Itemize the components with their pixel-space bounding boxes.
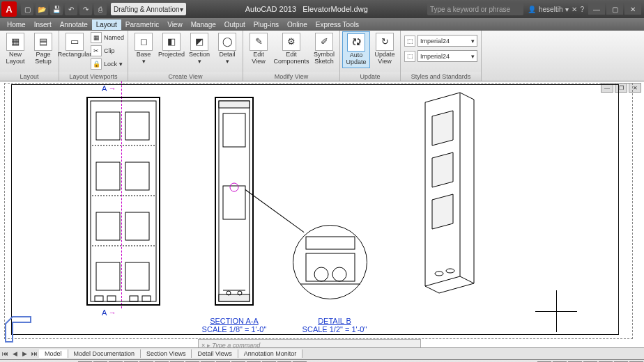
detail-view — [293, 225, 367, 299]
auto-update-button[interactable]: 🗘Auto Update — [342, 31, 370, 68]
svg-rect-3 — [125, 112, 149, 140]
lock-icon: 🔒 — [91, 58, 102, 70]
new-layout-button[interactable]: ▦New Layout — [2, 31, 29, 67]
tab-plugins[interactable]: Plug-ins — [250, 19, 283, 30]
maximize-button[interactable]: ▢ — [606, 3, 623, 15]
tab-home[interactable]: Home — [3, 19, 30, 30]
svg-point-30 — [332, 267, 346, 281]
detail-style-dropdown[interactable]: Imperial24▾ — [417, 50, 477, 62]
base-button[interactable]: ◻Base▾ — [130, 31, 157, 67]
style2-icon: ⬚ — [404, 51, 415, 62]
tab-layout4[interactable]: Annotation Monitor — [238, 349, 303, 358]
projected-button[interactable]: ◧Projected — [158, 31, 185, 60]
tab-layout1[interactable]: Model Documentation — [68, 349, 141, 358]
tab-layout3[interactable]: Detail Views — [192, 349, 238, 358]
drawing-area[interactable]: — ❐ ✕ A → A → — [0, 81, 644, 347]
update-view-button[interactable]: ↻Update View — [371, 31, 398, 67]
tab-view[interactable]: View — [163, 19, 187, 30]
redo-icon[interactable]: ↷ — [79, 3, 92, 15]
svg-rect-19 — [219, 101, 250, 108]
layout-tabs: ⏮ ◀ ▶ ⏭ Model Model Documentation Sectio… — [0, 347, 644, 359]
svg-rect-28 — [306, 253, 355, 281]
svg-marker-38 — [6, 317, 31, 342]
workspace-dropdown[interactable]: Drafting & Annotation ▾ — [111, 3, 186, 15]
tab-online[interactable]: Online — [283, 19, 312, 30]
chevron-down-icon: ▾ — [198, 58, 201, 65]
ucs-icon — [4, 315, 32, 343]
clip-button[interactable]: ✂Clip — [89, 45, 125, 57]
help-icon[interactable]: ? — [580, 6, 584, 13]
tab-express[interactable]: Express Tools — [312, 19, 363, 30]
edit-components-button[interactable]: ⚙Edit Components — [273, 31, 309, 67]
section-style-dropdown[interactable]: Imperial24▾ — [417, 35, 477, 47]
svg-rect-8 — [96, 262, 120, 290]
svg-rect-5 — [125, 162, 149, 190]
panel-layout: ▦New Layout ▤Page Setup Layout — [0, 31, 59, 81]
help-search-input[interactable]: Type a keyword or phrase — [427, 3, 523, 15]
auto-icon: 🗘 — [347, 33, 365, 52]
tab-prev-button[interactable]: ◀ — [10, 350, 20, 357]
panel-update: 🗘Auto Update ↻Update View Update — [340, 31, 401, 81]
detail-button[interactable]: ◯Detail▾ — [214, 31, 240, 67]
svg-rect-4 — [96, 162, 120, 190]
lock-button[interactable]: 🔒Lock ▾ — [89, 58, 125, 70]
close-button[interactable]: ✕ — [624, 3, 641, 15]
svg-rect-14 — [107, 296, 116, 301]
symbol-sketch-button[interactable]: ✐Symbol Sketch — [311, 31, 337, 67]
section-label: SECTION A-A SCALE 1/8" = 1'-0" — [185, 317, 283, 333]
chevron-down-icon: ▾ — [565, 6, 569, 13]
svg-rect-2 — [96, 112, 120, 140]
svg-rect-7 — [125, 212, 149, 240]
svg-marker-34 — [432, 152, 453, 187]
cursor-v — [556, 290, 557, 332]
tab-last-button[interactable]: ⏭ — [29, 350, 39, 357]
section-line — [121, 81, 122, 98]
chevron-down-icon: ▾ — [471, 38, 475, 45]
tab-first-button[interactable]: ⏮ — [0, 350, 10, 357]
svg-rect-16 — [142, 296, 151, 301]
save-icon[interactable]: 💾 — [50, 3, 63, 15]
page-setup-button[interactable]: ▤Page Setup — [30, 31, 56, 67]
new-icon[interactable]: ▢ — [21, 3, 33, 15]
window-title: AutoCAD 2013 ElevatorModel.dwg — [186, 5, 427, 13]
panel-create-view: ◻Base▾ ◧Projected ◩Section▾ ◯Detail▾ Cre… — [128, 31, 243, 81]
chevron-down-icon: ▾ — [142, 58, 146, 65]
style1-icon: ⬚ — [404, 36, 415, 47]
tab-parametric[interactable]: Parametric — [121, 19, 163, 30]
named-button[interactable]: ▦Named — [89, 31, 125, 44]
panel-viewports: ▭Rectangular ▦Named ✂Clip 🔒Lock ▾ Layout… — [59, 31, 128, 81]
svg-marker-35 — [432, 194, 453, 229]
signin-area[interactable]: 👤heseltih▾✕? — [528, 6, 584, 13]
app-menu-icon[interactable]: A — [1, 1, 17, 17]
section-view — [215, 97, 254, 306]
section-marker-top: A → — [102, 84, 116, 93]
svg-rect-27 — [306, 237, 355, 249]
section-button[interactable]: ◩Section▾ — [186, 31, 213, 67]
tab-layout[interactable]: Layout — [92, 19, 121, 30]
clip-icon: ✂ — [91, 45, 102, 56]
tab-manage[interactable]: Manage — [187, 19, 220, 30]
tab-insert[interactable]: Insert — [30, 19, 56, 30]
print-icon[interactable]: ⎙ — [94, 3, 107, 15]
svg-rect-9 — [125, 262, 149, 290]
command-line[interactable]: × ▸ Type a command — [198, 339, 421, 347]
named-icon: ▦ — [91, 32, 102, 43]
tab-layout2[interactable]: Section Views — [141, 349, 192, 358]
svg-rect-13 — [95, 296, 103, 301]
edit-view-button[interactable]: ✎Edit View — [245, 31, 272, 67]
tab-model[interactable]: Model — [39, 349, 68, 358]
svg-rect-0 — [87, 97, 160, 305]
open-icon[interactable]: 📂 — [36, 3, 48, 15]
iso-view — [411, 88, 488, 294]
rectangular-button[interactable]: ▭Rectangular — [61, 31, 88, 60]
svg-rect-1 — [91, 101, 156, 301]
status-bar: 20.7368, 0.5098, 0.0000 ⊥ ▦ ⊞ ∟ ✳ □ ◪ ∠ … — [0, 359, 644, 362]
tab-output[interactable]: Output — [220, 19, 250, 30]
undo-icon[interactable]: ↶ — [65, 3, 77, 15]
tab-annotate[interactable]: Annotate — [56, 19, 92, 30]
svg-rect-6 — [96, 212, 120, 240]
minimize-button[interactable]: — — [588, 3, 605, 15]
tab-next-button[interactable]: ▶ — [20, 350, 29, 357]
exchange-icon[interactable]: ✕ — [572, 6, 577, 13]
titlebar: A ▢ 📂 💾 ↶ ↷ ⎙ Drafting & Annotation ▾ Au… — [0, 0, 644, 18]
